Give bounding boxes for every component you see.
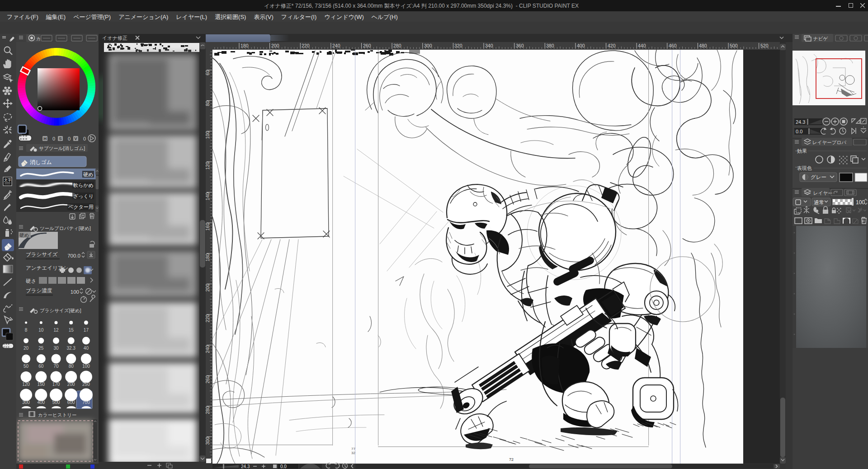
svg-text:120: 120 xyxy=(206,162,210,170)
svg-text:100: 100 xyxy=(82,364,90,369)
svg-text:ブラシサイズ: ブラシサイズ xyxy=(26,252,58,257)
svg-text:150: 150 xyxy=(37,382,45,387)
svg-text:260: 260 xyxy=(363,43,371,48)
svg-text:25: 25 xyxy=(38,346,44,351)
svg-text:100: 100 xyxy=(71,289,79,295)
svg-text:280: 280 xyxy=(393,43,401,48)
svg-text:120: 120 xyxy=(22,382,30,387)
svg-text:15: 15 xyxy=(69,328,74,333)
svg-text:100: 100 xyxy=(856,199,865,206)
svg-text:硬め: 硬め xyxy=(19,232,29,238)
svg-text:ブラシ濃度: ブラシ濃度 xyxy=(26,288,52,293)
svg-text:40: 40 xyxy=(84,346,89,351)
svg-text:180: 180 xyxy=(241,43,249,48)
svg-text:300: 300 xyxy=(206,437,210,445)
svg-text:240: 240 xyxy=(332,43,340,48)
svg-text:0: 0 xyxy=(52,136,55,141)
svg-text:160: 160 xyxy=(206,223,210,231)
svg-text:0: 0 xyxy=(68,136,71,141)
svg-text:0.0: 0.0 xyxy=(796,129,802,134)
svg-text:77: 77 xyxy=(351,447,355,451)
svg-text:220: 220 xyxy=(206,314,210,323)
svg-text:ブラシサイズ[硬め]: ブラシサイズ[硬め] xyxy=(40,308,81,313)
svg-text:500: 500 xyxy=(730,43,738,48)
svg-text:V: V xyxy=(74,136,77,141)
svg-text:600: 600 xyxy=(67,400,75,405)
svg-text:220: 220 xyxy=(302,43,310,48)
svg-text:60: 60 xyxy=(206,70,210,75)
svg-text:軟らかめ: 軟らかめ xyxy=(73,183,94,188)
svg-text:消しゴム: 消しゴム xyxy=(30,159,52,165)
svg-text:効果: 効果 xyxy=(797,148,807,154)
svg-text:H: H xyxy=(43,136,47,141)
svg-text:300: 300 xyxy=(22,400,30,405)
svg-text:200: 200 xyxy=(206,284,210,292)
svg-text:20: 20 xyxy=(24,346,29,351)
svg-text:180: 180 xyxy=(206,253,210,262)
svg-text:ナビゲ: ナビゲ xyxy=(813,36,828,41)
svg-text:140: 140 xyxy=(206,192,210,201)
svg-text:24.3: 24.3 xyxy=(241,464,250,469)
svg-text:320: 320 xyxy=(454,43,462,48)
svg-text:280: 280 xyxy=(206,406,210,414)
svg-text:硬さ: 硬さ xyxy=(26,278,36,284)
svg-text:ざっくり: ざっくり xyxy=(73,193,94,199)
svg-text:420: 420 xyxy=(608,43,616,48)
svg-text:ツールプロパティ[硬め]: ツールプロパティ[硬め] xyxy=(40,225,91,231)
svg-text:340: 340 xyxy=(485,43,493,48)
svg-text:300: 300 xyxy=(424,43,432,48)
svg-text:400: 400 xyxy=(37,400,45,405)
svg-text:170: 170 xyxy=(52,382,60,387)
svg-text:カ: カ xyxy=(36,36,41,41)
svg-text:80: 80 xyxy=(206,101,210,106)
svg-text:イオナ修正: イオナ修正 xyxy=(102,35,127,41)
svg-text:700: 700 xyxy=(82,400,90,405)
svg-text:24.3: 24.3 xyxy=(796,119,805,125)
svg-text:文字: 文字 xyxy=(4,178,11,182)
svg-text:80: 80 xyxy=(69,364,74,369)
svg-text:12: 12 xyxy=(53,328,59,333)
svg-text:0.0: 0.0 xyxy=(280,464,287,469)
svg-text:0: 0 xyxy=(83,136,86,141)
svg-text:グレー: グレー xyxy=(811,174,826,180)
svg-text:480: 480 xyxy=(699,43,707,48)
svg-text:レイヤー: レイヤー xyxy=(813,190,833,196)
svg-text:360: 360 xyxy=(516,43,524,48)
svg-text:レイヤープロパ: レイヤープロパ xyxy=(812,140,846,145)
svg-text:260: 260 xyxy=(206,375,210,384)
svg-text:通常: 通常 xyxy=(814,200,824,205)
svg-text:200: 200 xyxy=(271,43,279,48)
svg-text:50: 50 xyxy=(24,364,29,369)
svg-text:520: 520 xyxy=(760,43,769,48)
svg-text:カラーヒストリー: カラーヒストリー xyxy=(38,412,76,417)
svg-text:60: 60 xyxy=(38,364,44,369)
svg-text:100: 100 xyxy=(206,131,210,139)
svg-text:70: 70 xyxy=(53,364,59,369)
svg-text:250: 250 xyxy=(82,382,90,387)
svg-text:72: 72 xyxy=(509,457,514,462)
svg-text:380: 380 xyxy=(546,43,554,48)
svg-text:8: 8 xyxy=(25,328,28,333)
svg-text:サブツール[消しゴム]: サブツール[消しゴム] xyxy=(39,145,85,151)
svg-text:440: 440 xyxy=(638,43,646,48)
svg-text:17: 17 xyxy=(84,328,89,333)
svg-text:500: 500 xyxy=(52,400,60,405)
svg-text:S: S xyxy=(59,136,61,141)
svg-text:10: 10 xyxy=(38,328,44,333)
svg-text:700.0: 700.0 xyxy=(67,253,80,258)
svg-text:表現色: 表現色 xyxy=(797,165,812,171)
svg-text:硬め: 硬め xyxy=(83,172,93,177)
svg-text:460: 460 xyxy=(669,43,677,48)
svg-text:ベクター用: ベクター用 xyxy=(68,204,94,210)
svg-text:240: 240 xyxy=(206,345,210,353)
svg-text:200: 200 xyxy=(67,382,75,387)
svg-text:400: 400 xyxy=(577,43,585,48)
svg-text:32: 32 xyxy=(351,451,355,455)
svg-text:30: 30 xyxy=(53,346,59,351)
svg-text:32.3: 32.3 xyxy=(66,346,75,351)
